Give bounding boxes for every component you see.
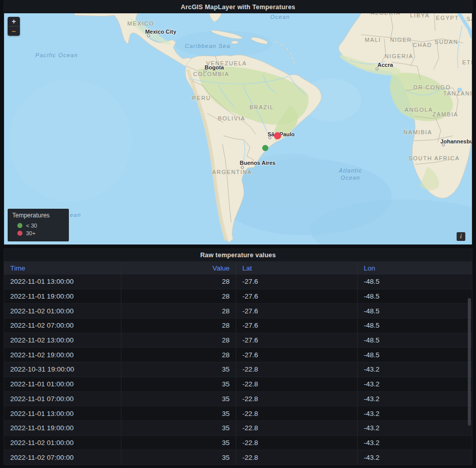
legend-item-label: < 30 [26,223,37,229]
table-row: 2022-11-02 19:00:0028-27.6-48.5 [4,348,472,362]
table-header-row: TimeValueLatLon [4,261,472,275]
cell-value: 28 [121,318,236,333]
marker-30plus-sao-paulo[interactable] [274,132,281,139]
marker-below30-coast[interactable] [262,145,268,151]
cell-lat: -22.8 [236,362,358,377]
country-label: LIBYA [410,13,430,18]
cell-lon: -43.2 [358,436,472,450]
table-row: 2022-11-01 19:00:0035-22.8-43.2 [4,421,472,436]
city-label: Bogota [205,64,224,70]
cell-time: 2022-11-02 01:00:00 [4,436,121,450]
column-header-lat[interactable]: Lat [236,261,358,275]
legend-item: 30+ [12,229,64,237]
cell-value: 28 [121,289,236,304]
country-label: TANZANIA [443,90,472,96]
cell-lon: -48.5 [358,348,472,362]
country-label: EGYPT [436,15,459,21]
country-label: ETHIOPIA [462,59,472,65]
water-label: Ocean [270,14,290,20]
table-row: 2022-11-02 07:00:0028-27.6-48.5 [4,318,472,333]
country-label: SUDAN [435,39,459,45]
cell-value: 35 [121,421,236,435]
cell-value: 35 [121,406,236,421]
column-header-time[interactable]: Time [4,261,121,275]
table-row: 2022-11-01 07:00:0035-22.8-43.2 [4,392,472,407]
country-label: BRAZIL [249,104,274,110]
cell-time: 2022-11-02 01:00:00 [4,304,121,318]
zoom-in-button[interactable]: + [8,17,20,26]
cell-lat: -22.8 [236,392,358,406]
water-label: Atlantic [338,167,362,174]
cell-value: 28 [121,333,236,348]
country-label: MALI [365,37,381,43]
country-label: ZAMBIA [433,111,459,117]
cell-lon: -48.5 [358,304,472,318]
table-row: 2022-11-02 13:00:0028-27.6-48.5 [4,333,472,348]
column-header-lon[interactable]: Lon [358,261,472,275]
country-label: SOUTH AFRICA [409,155,460,161]
country-label: CHAD [413,42,432,48]
table-row: 2022-11-01 19:00:0028-27.6-48.5 [4,289,472,304]
country-label: MEXICO [128,20,155,27]
cell-lat: -27.6 [236,289,358,304]
cell-lon: -43.2 [358,392,472,406]
country-label: NAMIBIA [404,129,432,135]
country-label: ALGERIA [371,13,401,16]
city-label: Accra [378,62,393,68]
cell-time: 2022-11-01 13:00:00 [4,275,121,289]
country-label: DR CONGO [413,84,450,90]
cell-value: 28 [121,304,236,318]
city-dot [241,166,244,169]
cell-time: 2022-11-01 13:00:00 [4,406,121,421]
cell-lat: -22.8 [236,450,358,464]
cell-time: 2022-11-02 07:00:00 [4,450,121,464]
table-scrollbar[interactable] [468,298,471,426]
cell-time: 2022-11-01 19:00:00 [4,289,121,304]
table-panel: Raw temperature values TimeValueLatLon 2… [4,249,472,465]
cell-lat: -22.8 [236,406,358,421]
map-panel-title[interactable]: ArcGIS MapLayer with Temperatures [4,1,472,13]
country-label: COLOMBIA [193,71,230,77]
water-label: Caribbean Sea [185,43,231,49]
table-panel-title[interactable]: Raw temperature values [4,249,472,261]
table-row: 2022-11-01 01:00:0035-22.8-43.2 [4,377,472,392]
water-label: ean [70,212,81,218]
cell-lon: -48.5 [358,318,472,333]
cell-lon: -48.5 [358,289,472,304]
legend-color-dot [17,223,22,228]
cell-time: 2022-11-01 01:00:00 [4,377,121,391]
table-row: 2022-11-02 07:00:0035-22.8-43.2 [4,450,472,464]
map-canvas[interactable]: MEXICOVENEZUELACOLOMBIAPERUBRAZILBOLIVIA… [4,13,472,244]
map-legend: Temperatures < 3030+ [8,209,69,241]
cell-value: 35 [121,436,236,450]
legend-item-label: 30+ [26,230,36,236]
city-dot [376,68,379,70]
cell-value: 35 [121,362,236,377]
cell-lat: -27.6 [236,333,358,348]
cell-lon: -43.2 [358,406,472,421]
legend-item: < 30 [12,221,64,229]
city-dot [147,35,150,37]
table-row: 2022-10-31 19:00:0035-22.8-43.2 [4,362,472,377]
map-attribution-info-button[interactable]: i [457,232,465,241]
column-header-value[interactable]: Value [121,261,236,275]
cell-lon: -43.2 [358,377,472,391]
country-label: NIGER [390,37,412,43]
cell-time: 2022-10-31 19:00:00 [4,362,121,377]
cell-value: 35 [121,377,236,391]
water-label: Ocean [341,175,360,181]
table-row: 2022-11-01 13:00:0028-27.6-48.5 [4,275,472,289]
cell-time: 2022-11-01 07:00:00 [4,392,121,406]
city-label: Johannesburg [440,138,472,144]
country-label: NIGERIA [385,53,413,59]
cell-time: 2022-11-02 19:00:00 [4,348,121,362]
zoom-out-button[interactable]: – [8,27,20,36]
cell-lon: -48.5 [358,275,472,289]
country-label: ARGENTINA [212,169,253,175]
map-zoom-control: + – [8,17,20,36]
legend-items: < 3030+ [12,221,64,237]
cell-value: 28 [121,275,236,289]
cell-lat: -27.6 [236,348,358,362]
cell-value: 35 [121,450,236,464]
cell-lon: -48.5 [358,333,472,348]
